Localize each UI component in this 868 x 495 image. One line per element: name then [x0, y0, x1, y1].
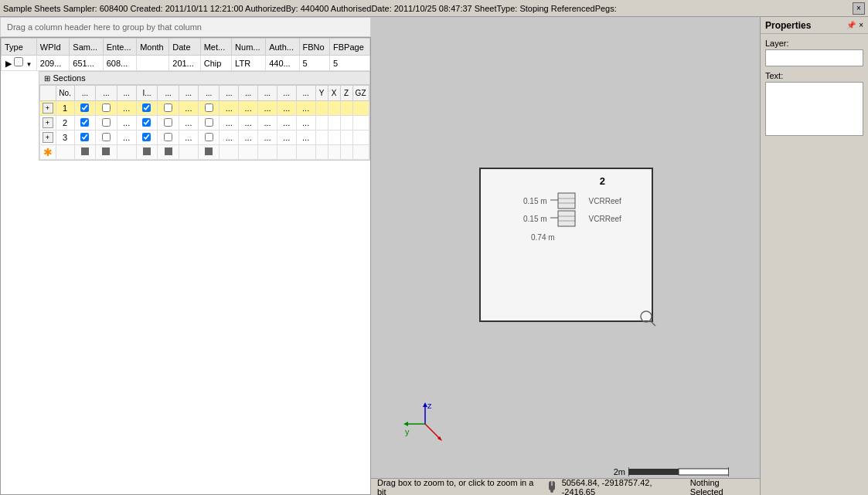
row1-expand-btn[interactable]: + [43, 103, 53, 114]
svg-line-9 [650, 320, 655, 326]
row2-cb2[interactable] [102, 118, 111, 127]
row2-dots2: ... [185, 118, 192, 127]
svg-rect-19 [679, 469, 729, 475]
row2-dots4: ... [245, 118, 252, 127]
row3-cb1[interactable] [80, 133, 89, 141]
expand-arrow[interactable]: ▶ [5, 59, 12, 68]
cell-auth: 440... [266, 56, 299, 71]
col-header-auth[interactable]: Auth... [266, 39, 299, 56]
col-header-type[interactable]: Type [2, 39, 37, 56]
col-header-sam[interactable]: Sam... [70, 39, 103, 56]
axes-svg: z y [402, 401, 448, 447]
row1-cb2[interactable] [102, 103, 111, 112]
sections-col-i[interactable]: I... [136, 86, 158, 101]
col-header-met[interactable]: Met... [200, 39, 231, 56]
row2-cb1[interactable] [80, 118, 89, 127]
row3-expand-btn[interactable]: + [43, 132, 53, 143]
row3-cb4[interactable] [164, 133, 172, 141]
title-bar-text: Sample Sheets Sampler: 608400 Created: 2… [3, 4, 853, 13]
sections-col-c2[interactable]: ... [96, 86, 117, 101]
col-header-fbpage[interactable]: FBPage [330, 39, 370, 56]
sections-row-3[interactable]: + 3 ... ... [39, 131, 369, 145]
cell-sam: 651... [70, 56, 103, 71]
measure-1-value: 0.15 m [523, 197, 547, 205]
row3-expand[interactable]: + [39, 131, 56, 145]
row1-no: 1 [56, 101, 74, 116]
row2-dots5: ... [264, 118, 271, 127]
row1-dots1: ... [123, 103, 130, 113]
row2-cb5[interactable] [205, 118, 213, 127]
sections-row-2[interactable]: + 2 ... ... [39, 116, 369, 131]
sections-col-c3[interactable]: ... [117, 86, 136, 101]
row3-cb3[interactable] [142, 133, 151, 141]
title-bar-close-button[interactable]: × [853, 2, 865, 15]
sections-col-c10[interactable]: ... [258, 86, 277, 101]
row2-dots3: ... [226, 118, 233, 127]
sections-col-c5[interactable]: ... [158, 86, 179, 101]
new-row-sq2 [102, 147, 110, 155]
col-header-ente[interactable]: Ente... [103, 39, 136, 56]
svg-rect-0 [558, 193, 575, 209]
sections-col-c12[interactable]: ... [296, 86, 315, 101]
row2-expand-btn[interactable]: + [43, 117, 53, 128]
sections-col-c8[interactable]: ... [220, 86, 239, 101]
canvas-area[interactable]: 2 0.15 m VCRReef [371, 17, 760, 495]
row-expand-cell[interactable]: ▶ ▼ [2, 56, 37, 71]
col-header-month[interactable]: Month [137, 39, 169, 56]
new-row-sq4 [165, 147, 172, 155]
row3-cb2[interactable] [102, 133, 111, 141]
sections-col-c9[interactable]: ... [239, 86, 258, 101]
cell-met: Chip [200, 56, 231, 71]
status-text: Drag box to zoom to, or click to zoom in… [377, 478, 542, 496]
grid-header-row: Type WPId Sam... Ente... Month Date Met.… [2, 39, 370, 56]
svg-marker-14 [403, 422, 408, 426]
col-header-num[interactable]: Num... [232, 39, 266, 56]
sections-col-x[interactable]: X [328, 86, 340, 101]
properties-pin-button[interactable]: 📌 [846, 21, 856, 29]
col-header-wpid[interactable]: WPId [36, 39, 70, 56]
row1-dots2: ... [185, 103, 192, 113]
dropdown-arrow[interactable]: ▼ [26, 61, 32, 68]
grid-container[interactable]: Type WPId Sam... Ente... Month Date Met.… [0, 37, 371, 495]
row1-dots5: ... [264, 103, 271, 113]
sections-col-no[interactable]: No. [56, 86, 74, 101]
text-textarea[interactable] [765, 82, 863, 136]
mouse-icon [546, 480, 557, 494]
properties-close-button[interactable]: × [859, 21, 863, 29]
row2-cb3[interactable] [142, 118, 151, 127]
cell-fbpage: 5 [330, 56, 370, 71]
col-header-date[interactable]: Date [169, 39, 200, 56]
row3-dots3: ... [226, 133, 233, 142]
row2-dots1: ... [123, 118, 130, 127]
sections-row-1[interactable]: + 1 ... ... [39, 101, 369, 116]
properties-title-text: Properties [765, 20, 846, 31]
new-row-sq5 [205, 147, 213, 155]
svg-rect-4 [558, 211, 575, 226]
row1-cb3[interactable] [142, 103, 151, 112]
row-checkbox[interactable] [14, 57, 23, 66]
row1-cb4[interactable] [164, 103, 172, 112]
row1-cb5[interactable] [205, 103, 213, 112]
row3-no: 3 [56, 131, 74, 145]
layer-input[interactable] [765, 49, 863, 66]
sections-new-row[interactable]: ✱ [39, 145, 369, 160]
sections-col-c1[interactable]: ... [74, 86, 96, 101]
row1-cb1[interactable] [80, 103, 89, 112]
sections-col-c7[interactable]: ... [198, 86, 220, 101]
sections-col-c11[interactable]: ... [277, 86, 296, 101]
measure-2-label: VCRReef [589, 215, 621, 223]
row3-cb5[interactable] [205, 133, 213, 141]
sections-col-gz[interactable]: GZ [352, 86, 369, 101]
sections-col-c6[interactable]: ... [179, 86, 199, 101]
row3-dots5: ... [264, 133, 271, 142]
row2-expand[interactable]: + [39, 116, 56, 131]
new-row-sq1 [81, 147, 89, 155]
col-header-fbno[interactable]: FBNo [299, 39, 330, 56]
svg-text:z: z [427, 401, 432, 410]
properties-panel: Properties 📌 × Layer: Text: [760, 17, 868, 495]
sections-col-z[interactable]: Z [340, 86, 352, 101]
sections-col-y[interactable]: Y [315, 86, 328, 101]
core-block-2-svg [550, 210, 589, 227]
row1-expand[interactable]: + [39, 101, 56, 116]
row2-cb4[interactable] [164, 118, 172, 127]
